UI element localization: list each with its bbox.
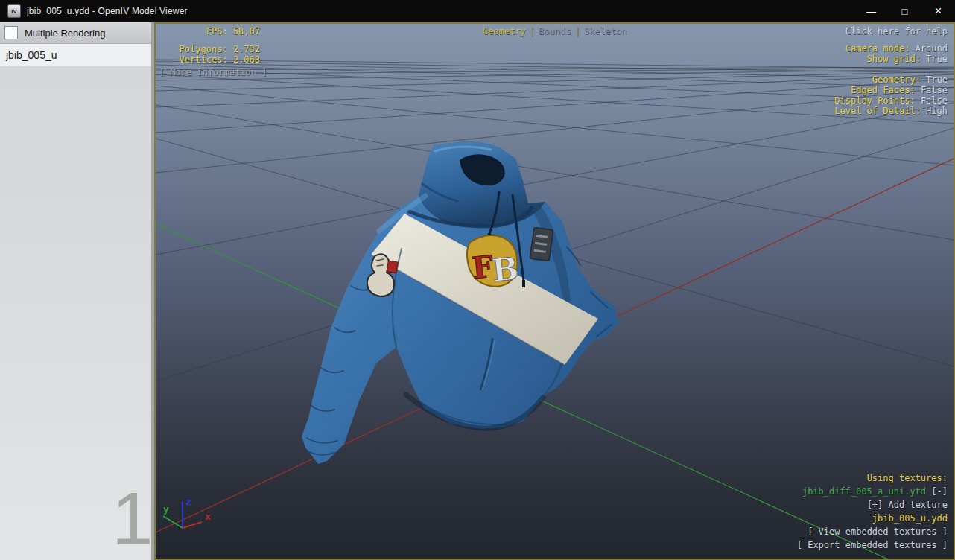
gizmo-x-label: x <box>205 511 211 522</box>
vertices-readout: Vertices: 2.068 <box>156 54 260 65</box>
help-link[interactable]: Click here for help <box>845 26 948 36</box>
maximize-button[interactable]: □ <box>888 0 921 22</box>
tab-skeleton[interactable]: Skeleton <box>583 26 626 36</box>
display-points-setting[interactable]: Display Points: False <box>834 95 948 106</box>
window-controls: — □ × <box>854 0 955 22</box>
edged-faces-setting[interactable]: Edged Faces: False <box>834 85 948 95</box>
more-information-button[interactable]: [ More information ] <box>159 67 267 77</box>
camera-settings: Camera mode: Around Show grid: True <box>845 43 948 64</box>
logo-letter-b: B <box>490 250 520 289</box>
model-file-name: jbib_005_u.ydd <box>797 512 948 525</box>
window-title: jbib_005_u.ydd - OpenIV Model Viewer <box>27 6 188 16</box>
export-embedded-textures-button[interactable]: [ Export embedded textures ] <box>797 538 948 552</box>
texture-row: jbib_diff_005_a_uni.ytd [-] <box>797 485 948 498</box>
close-button[interactable]: × <box>921 0 955 22</box>
gizmo-y-label: y <box>163 503 169 515</box>
viewport-3d[interactable]: F B z y x FPS: 58,07 <box>154 22 955 560</box>
add-texture-button[interactable]: [+] Add texture <box>797 498 948 512</box>
chest-patch <box>530 227 553 261</box>
remove-texture-button[interactable]: [-] <box>931 486 948 497</box>
tab-separator: | <box>530 26 535 36</box>
view-mode-tabs: Geometry|Bounds|Skeleton <box>156 26 954 36</box>
multiple-rendering-checkbox[interactable] <box>4 26 18 39</box>
geometry-setting[interactable]: Geometry: True <box>834 74 948 85</box>
camera-mode-setting[interactable]: Camera mode: Around <box>845 43 948 54</box>
openiv-app-icon: IV <box>7 4 21 18</box>
using-textures-header: Using textures: <box>797 471 948 485</box>
sidebar-header: Multiple Rendering <box>0 22 151 44</box>
minimize-button[interactable]: — <box>854 0 888 22</box>
title-bar: IV jbib_005_u.ydd - OpenIV Model Viewer … <box>0 0 955 22</box>
tab-separator: | <box>574 26 580 36</box>
model-list-sidebar: Multiple Rendering jbib_005_u 1 <box>0 22 154 560</box>
polygons-readout: Polygons: 2.732 <box>156 44 260 54</box>
multiple-rendering-label: Multiple Rendering <box>25 28 105 39</box>
display-settings: Geometry: True Edged Faces: False Displa… <box>834 74 948 116</box>
app-window: IV jbib_005_u.ydd - OpenIV Model Viewer … <box>0 0 955 560</box>
show-grid-setting[interactable]: Show grid: True <box>845 54 948 64</box>
view-embedded-textures-button[interactable]: [ View embedded textures ] <box>797 525 948 538</box>
gizmo-z-label: z <box>185 496 191 507</box>
model-list-item[interactable]: jbib_005_u <box>0 44 151 67</box>
level-of-detail-setting[interactable]: Level of Detail: High <box>834 106 948 116</box>
tab-bounds[interactable]: Bounds <box>539 26 571 36</box>
texture-file-name: jbib_diff_005_a_uni.ytd <box>802 486 926 497</box>
main-area: Multiple Rendering jbib_005_u 1 <box>0 22 955 560</box>
textures-panel: Using textures: jbib_diff_005_a_uni.ytd … <box>797 471 948 552</box>
viewport-number: 1 <box>112 481 153 556</box>
tab-geometry[interactable]: Geometry <box>483 26 526 36</box>
